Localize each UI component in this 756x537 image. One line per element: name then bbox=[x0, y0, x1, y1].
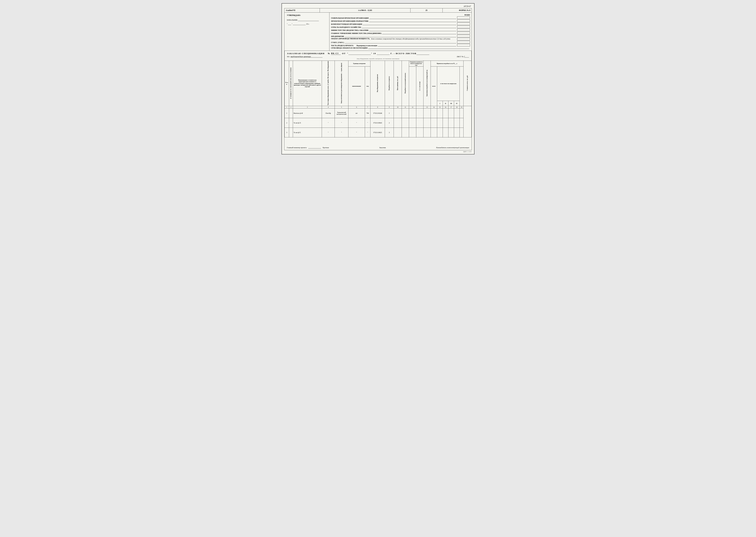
nachalnik-row: НАЧАЛЬНИК bbox=[287, 19, 327, 21]
ministry-row: МИНИСТЕРСТВО (ВЕДОМСТВО)–ЗАКАЗЧИК bbox=[331, 28, 470, 31]
cell-r2-c16 bbox=[443, 128, 448, 137]
col-num-17: 17 bbox=[448, 106, 454, 108]
nachalnik-label: НАЧАЛЬНИК bbox=[287, 19, 297, 21]
object-label: ОБЪЕКТ (ПРОИЗВОДСТВЕННАЯ МОЩНОСТЬ, bbox=[331, 38, 370, 40]
cell-r2-c15 bbox=[437, 128, 443, 137]
spec-from-label: ОТ bbox=[342, 52, 346, 55]
col-num-header: № п. п. bbox=[285, 61, 289, 106]
cell-r1-c12 bbox=[416, 118, 423, 128]
col-type-header: Тип и марка оборудования; катал. № прейс… bbox=[322, 61, 335, 106]
col-name-header: Наименование и техническая характеристик… bbox=[293, 61, 322, 106]
col-unit-group-header: Единица измерения bbox=[348, 61, 371, 66]
chief-eng-signature bbox=[308, 146, 321, 148]
table-row: 3То же ф I5""""373211106253 bbox=[285, 128, 471, 137]
spec-quote-open: " bbox=[347, 52, 348, 55]
main-content: УТВЕРЖДАЮ: НАЧАЛЬНИК " " 19 г. КОДЫ bbox=[284, 12, 472, 137]
header-bar: АльбомУП т п 904-8 – 12.83 25 ФОРМА № 8 bbox=[284, 8, 472, 12]
cell-r0-c10 bbox=[402, 108, 409, 118]
cell-r1-c1 bbox=[289, 118, 293, 128]
cell-r0-c6: 796 bbox=[365, 108, 370, 118]
cell-r2-c18 bbox=[454, 128, 460, 137]
cell-r0-c12 bbox=[416, 108, 423, 118]
spec-no-value: ВК-СI bbox=[331, 52, 341, 55]
cell-r1-c19 bbox=[460, 118, 464, 128]
chast-value: Водопровод и канализация bbox=[357, 45, 377, 46]
spec-vid-label: (вид оборудования, изделий и материалы, … bbox=[287, 58, 469, 60]
customer-label: Заказчик bbox=[379, 146, 386, 148]
table-col-numbers-row: 1 2 3 4 5 6 7 8 9 10 11 12 13 14 15 16 bbox=[285, 106, 471, 108]
footer-customer: Заказчик bbox=[379, 146, 386, 148]
spec-year-total bbox=[377, 52, 389, 55]
gen-org-label: ГЕНЕРАЛЬНАЯ ПРОЕКТНАЯ ОРГАНИЗАЦИЯ bbox=[331, 17, 369, 19]
cell-r0-c4: Харьковский механический bbox=[335, 108, 348, 118]
col-manuf-header: Завод–изготовитель (для импортного обору… bbox=[335, 61, 348, 106]
table-row: IВентиль ф 40I5кч18рХарьковский механиче… bbox=[285, 108, 471, 118]
proj-org-label: ПРОЕКТНАЯ ОРГАНИЗАЦИЯ–РАЗРАБОТЧИК bbox=[331, 20, 369, 22]
col-num-1: 1 bbox=[285, 106, 289, 108]
spec-total-field bbox=[417, 52, 429, 55]
cell-r0-c7: 37321210246 bbox=[371, 108, 385, 118]
head-label: Руководитель комплектующей организации bbox=[436, 146, 469, 148]
cell-r1-c7: 37321110643 bbox=[371, 118, 385, 128]
cell-r2-c6: " bbox=[365, 128, 370, 137]
col-need-header: Потребность по проекту bbox=[385, 61, 394, 106]
col-num-14: 14 bbox=[431, 106, 437, 108]
cell-r1-c15 bbox=[437, 118, 443, 128]
codes-label: КОДЫ bbox=[331, 14, 470, 16]
cell-r0-c19 bbox=[460, 108, 464, 118]
spec-na-value: трубопроводную арматуру bbox=[290, 56, 323, 58]
cell-r1-c0: 2 bbox=[285, 118, 289, 128]
cell-r2-c1 bbox=[289, 128, 293, 137]
spec-no-label: № bbox=[328, 52, 330, 55]
cell-r2-c8: 3 bbox=[385, 128, 394, 137]
col-num-8: 8 bbox=[371, 106, 385, 108]
chast-row: ЧАСТЬ (РАЗДЕЛ) ПРОЕКТА Водопровод и кана… bbox=[331, 44, 470, 46]
cell-r2-c11 bbox=[409, 128, 416, 137]
col-stock-group-header: Ожидаемое наличие на начало планируемого… bbox=[409, 61, 423, 66]
date-row: " " 19 г. bbox=[287, 23, 327, 25]
cell-r0-c15 bbox=[437, 108, 443, 118]
srok-label: СРОК ВВОДА ОБЪЕКТА В ЭКСПЛУАТАЦИЮ bbox=[331, 47, 368, 49]
col-num-7: 7 bbox=[365, 106, 370, 108]
cell-r1-c18 bbox=[454, 118, 460, 128]
cell-r1-c5: " bbox=[348, 118, 365, 128]
col-num-2: 2 bbox=[289, 106, 293, 108]
footer-left: Главный инженер проекта Кротков bbox=[287, 146, 329, 148]
col-q1-header: I bbox=[437, 101, 443, 106]
cell-r0-c8: I bbox=[385, 108, 394, 118]
predpr-label: ПРЕДПРИЯТИЕ bbox=[331, 35, 344, 37]
cell-r1-c2: То же ф 25 bbox=[293, 118, 322, 128]
col-num-12b bbox=[416, 106, 423, 108]
table-row: 2То же ф 25""""373211106432 bbox=[285, 118, 471, 128]
col-unit-name-sub: наименование bbox=[348, 66, 365, 106]
cell-r2-c3: " bbox=[322, 128, 335, 137]
spec-date-field bbox=[348, 52, 371, 55]
gen-org-row: ГЕНЕРАЛЬНАЯ ПРОЕКТНАЯ ОРГАНИЗАЦИЯ bbox=[331, 17, 470, 19]
spec-title: ЗАКАЗНАЯ СПЕЦИФИКАЦИЯ bbox=[287, 52, 325, 55]
col-cost-header: Стоимость всего, тыс. руб. bbox=[464, 61, 471, 106]
object-value: Блок основных сооружений для станции обе… bbox=[371, 38, 457, 40]
col-num-19: 19 bbox=[460, 106, 464, 108]
cell-r1-c6: " bbox=[365, 118, 370, 128]
forma-label: ФОРМА № 8 bbox=[443, 8, 471, 12]
glavnoe-row: ГЛАВНОЕ УПРАВЛЕНИЕ МИНИСТЕРСТВА (ОБЪЕДИН… bbox=[331, 32, 470, 34]
spec-na-label: НА bbox=[287, 56, 289, 58]
object-row: ОБЪЕКТ (ПРОИЗВОДСТВЕННАЯ МОЩНОСТЬ, Блок … bbox=[331, 38, 470, 40]
cell-r2-c2: То же ф I5 bbox=[293, 128, 322, 137]
col-num-5: 5 bbox=[335, 106, 348, 108]
footer-section: Главный инженер проекта Кротков Заказчик… bbox=[284, 137, 472, 150]
col-pos-header: № позиции по тех. монтажной схеме, места… bbox=[289, 61, 293, 106]
cell-r0-c11 bbox=[409, 108, 416, 118]
cell-r0-c2: Вентиль ф 40 bbox=[293, 108, 322, 118]
col-price-header: Цена единицы, тыс. руб. bbox=[394, 61, 402, 106]
col-num-13: 13 bbox=[423, 106, 431, 108]
kompl-org-row: КОМПЛЕКТУЮЩАЯ ОРГАНИЗАЦИЯ bbox=[331, 22, 470, 25]
col-total-sub: всего bbox=[431, 66, 437, 106]
spec-header: ЗАКАЗНАЯ СПЕЦИФИКАЦИЯ № ВК-СI ОТ " " 19 … bbox=[285, 51, 471, 61]
cell-r0-c14 bbox=[431, 108, 437, 118]
col-code-header: Код оборудования, материалов bbox=[371, 61, 385, 106]
col-unit-code-sub: код bbox=[365, 66, 370, 106]
cell-r0-c5: шт bbox=[348, 108, 365, 118]
spec-year-label: 19 bbox=[373, 52, 376, 55]
album-label: АльбомУП bbox=[285, 8, 320, 12]
